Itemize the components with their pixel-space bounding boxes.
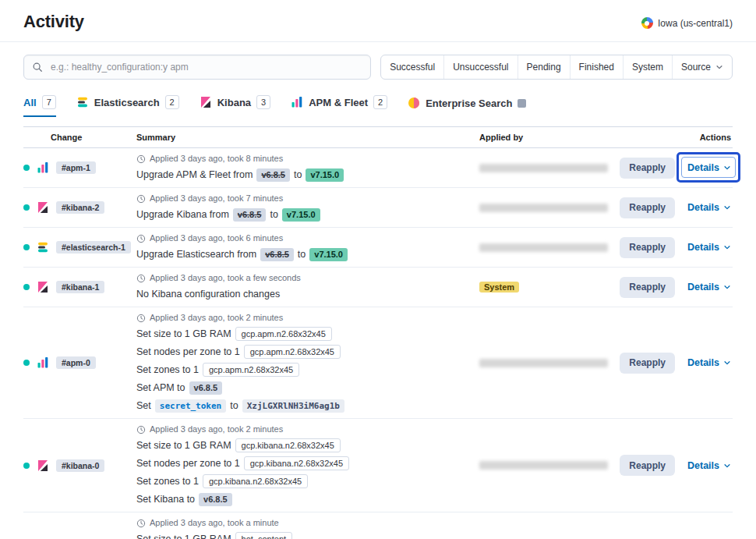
summary-badge: hot_content bbox=[235, 532, 293, 539]
summary-text: to bbox=[298, 248, 306, 261]
filter-source-dropdown[interactable]: Source bbox=[672, 55, 732, 79]
status-dot bbox=[23, 244, 30, 250]
status-dot bbox=[23, 204, 30, 211]
clock-icon bbox=[136, 154, 146, 164]
details-button[interactable]: Details bbox=[687, 282, 731, 293]
details-label: Details bbox=[687, 202, 719, 213]
filter-source-label: Source bbox=[681, 62, 711, 73]
actions-cell: ReapplyDetails bbox=[624, 237, 733, 258]
applied-by-cell bbox=[479, 461, 624, 470]
activity-row: #kibana-0Applied 3 days ago, took 2 minu… bbox=[23, 418, 733, 512]
activity-row: #apm-0Applied 3 days ago, took 2 minutes… bbox=[23, 307, 733, 418]
tabs: All7Elasticsearch2Kibana3APM & Fleet2Ent… bbox=[23, 95, 733, 117]
tab-all[interactable]: All7 bbox=[23, 95, 56, 117]
column-header-applied-by: Applied by bbox=[479, 133, 624, 142]
reapply-button[interactable]: Reapply bbox=[620, 277, 675, 298]
system-badge: System bbox=[479, 282, 519, 293]
tab-apm-fleet[interactable]: APM & Fleet2 bbox=[291, 95, 387, 117]
column-header-change: Change bbox=[23, 133, 136, 142]
reapply-button[interactable]: Reapply bbox=[620, 237, 675, 258]
applied-time-text: Applied 3 days ago, took a minute bbox=[150, 518, 279, 528]
activity-row: #kibana-2Applied 3 days ago, took 7 minu… bbox=[23, 187, 733, 227]
toolbar: SuccessfulUnsuccessfulPendingFinishedSys… bbox=[23, 55, 733, 80]
summary-text: Set size to 1 GB RAM bbox=[136, 328, 231, 341]
clock-icon bbox=[136, 194, 146, 204]
summary-line: Upgrade Elasticsearch fromv6.8.5tov7.15.… bbox=[136, 247, 467, 261]
redacted-user bbox=[479, 164, 608, 172]
tab-label: Elasticsearch bbox=[94, 97, 160, 108]
applied-time-text: Applied 3 days ago, took 6 minutes bbox=[150, 233, 283, 243]
tab-kibana[interactable]: Kibana3 bbox=[200, 95, 270, 117]
tab-label: APM & Fleet bbox=[309, 97, 368, 108]
reapply-button[interactable]: Reapply bbox=[620, 455, 675, 476]
applied-time: Applied 3 days ago, took 7 minutes bbox=[136, 193, 467, 204]
applied-time: Applied 3 days ago, took a minute bbox=[136, 518, 467, 528]
redacted-user bbox=[479, 359, 608, 367]
gcp-logo-icon bbox=[641, 17, 653, 29]
search-input[interactable] bbox=[49, 61, 362, 73]
tab-label: Kibana bbox=[217, 97, 251, 108]
tab-label: Enterprise Search bbox=[426, 98, 512, 109]
summary-badge: gcp.apm.n2.68x32x45 bbox=[244, 345, 341, 359]
applied-time: Applied 3 days ago, took 2 minutes bbox=[136, 313, 467, 323]
summary-text: Set size to 1 GB RAM bbox=[136, 533, 231, 539]
details-label: Details bbox=[687, 357, 719, 368]
apm-icon bbox=[291, 96, 303, 108]
summary-line: Set Kibana tov6.8.5 bbox=[136, 492, 467, 506]
apm-icon bbox=[37, 161, 49, 174]
details-button[interactable]: Details bbox=[687, 460, 731, 471]
change-cell: #kibana-0 bbox=[23, 459, 136, 472]
filter-unsuccessful[interactable]: Unsuccessful bbox=[443, 55, 517, 79]
details-button[interactable]: Details bbox=[687, 242, 731, 253]
summary-line: Upgrade APM & Fleet fromv6.8.5tov7.15.0 bbox=[136, 168, 467, 182]
details-wrap: Details bbox=[687, 460, 731, 471]
filter-system[interactable]: System bbox=[623, 55, 672, 79]
summary-badge: v7.15.0 bbox=[282, 208, 320, 222]
change-cell: #apm-0 bbox=[23, 356, 136, 369]
filter-finished[interactable]: Finished bbox=[570, 55, 623, 79]
activity-row: Applied 3 days ago, took a minuteSet siz… bbox=[23, 512, 733, 539]
details-button[interactable]: Details bbox=[687, 162, 731, 173]
summary-cell: Applied 3 days ago, took a few secondsNo… bbox=[136, 273, 479, 301]
chevron-down-icon bbox=[723, 164, 731, 172]
details-label: Details bbox=[687, 460, 719, 471]
details-wrap: Details bbox=[687, 242, 731, 253]
summary-badge: v6.8.5 bbox=[260, 248, 294, 261]
details-wrap: Details bbox=[687, 202, 731, 213]
summary-badge: v7.15.0 bbox=[309, 248, 348, 261]
summary-badge: gcp.apm.n2.68x32x45 bbox=[235, 327, 332, 341]
tab-elasticsearch[interactable]: Elasticsearch2 bbox=[76, 95, 179, 117]
tab-enterprise-search[interactable]: Enterprise Search bbox=[408, 97, 526, 117]
details-label: Details bbox=[687, 242, 719, 253]
summary-line: Set size to 1 GB RAMgcp.apm.n2.68x32x45 bbox=[136, 327, 467, 341]
applied-time: Applied 3 days ago, took 8 minutes bbox=[136, 154, 467, 164]
table-header: Change Summary Applied by Actions bbox=[23, 126, 733, 148]
summary-text: to bbox=[270, 208, 277, 222]
summary-cell: Applied 3 days ago, took 2 minutesSet si… bbox=[136, 424, 479, 506]
summary-badge: v6.8.5 bbox=[256, 168, 290, 182]
change-cell: #apm-1 bbox=[23, 161, 136, 174]
summary-line: No Kibana configuration changes bbox=[136, 287, 467, 301]
activity-row: #apm-1Applied 3 days ago, took 8 minutes… bbox=[23, 148, 733, 187]
change-cell: #elasticsearch-1 bbox=[23, 241, 136, 254]
status-dot bbox=[23, 165, 30, 171]
reapply-button[interactable]: Reapply bbox=[620, 158, 675, 179]
chevron-down-icon bbox=[723, 204, 731, 211]
region-selector[interactable]: Iowa (us-central1) bbox=[641, 17, 733, 29]
tab-label: All bbox=[23, 97, 37, 108]
filter-successful[interactable]: Successful bbox=[381, 55, 443, 79]
status-dot bbox=[23, 360, 30, 366]
status-dot bbox=[23, 463, 30, 469]
details-button[interactable]: Details bbox=[687, 202, 731, 213]
summary-text: Set size to 1 GB RAM bbox=[136, 439, 231, 452]
details-button[interactable]: Details bbox=[687, 357, 731, 368]
elasticsearch-icon bbox=[37, 241, 49, 254]
details-wrap: Details bbox=[687, 357, 731, 368]
reapply-button[interactable]: Reapply bbox=[620, 353, 675, 374]
summary-text: Set zones to 1 bbox=[136, 363, 199, 377]
summary-line: Upgrade Kibana fromv6.8.5tov7.15.0 bbox=[136, 207, 467, 222]
summary-cell: Applied 3 days ago, took a minuteSet siz… bbox=[136, 518, 479, 539]
kibana-icon bbox=[37, 459, 49, 472]
filter-pending[interactable]: Pending bbox=[518, 55, 570, 79]
reapply-button[interactable]: Reapply bbox=[620, 197, 675, 218]
